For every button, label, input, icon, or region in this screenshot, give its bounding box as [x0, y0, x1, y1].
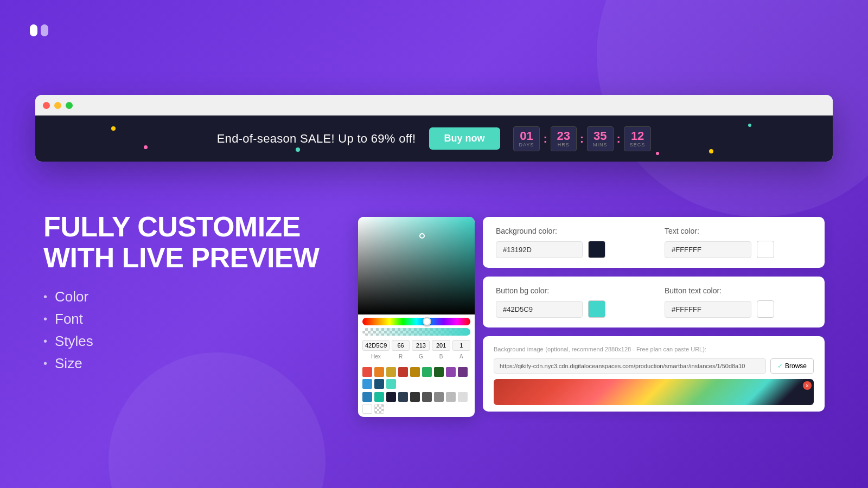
image-url-row: ✓ Browse — [494, 358, 814, 374]
deco-dot-cyan2 — [296, 147, 300, 152]
color-cursor — [419, 233, 425, 239]
browser-titlebar — [35, 95, 833, 115]
deco-dot-pink — [144, 145, 148, 149]
a-label: A — [452, 353, 470, 359]
bg-image-panel: Background image (optional, recommend 28… — [483, 336, 825, 412]
swatch-transparent[interactable] — [374, 404, 384, 414]
countdown-days: 01 DAYS — [513, 126, 540, 151]
window-maximize-dot[interactable] — [66, 102, 73, 109]
countdown-timer: 01 DAYS : 23 HRS : 35 MINS : 12 SECS — [513, 126, 652, 151]
feature-styles: •Styles — [43, 333, 347, 350]
b-input[interactable] — [432, 340, 450, 351]
swatch-dark-green[interactable] — [434, 367, 444, 377]
color-gradient[interactable] — [358, 217, 475, 314]
window-close-dot[interactable] — [43, 102, 50, 109]
banner-buy-button[interactable]: Buy now — [429, 127, 500, 150]
btn-bg-input-row — [496, 300, 643, 318]
swatch-teal[interactable] — [374, 392, 384, 402]
countdown-hrs-val: 23 — [557, 130, 571, 142]
banner-content: End-of-season SALE! Up to 69% off! Buy n… — [35, 115, 833, 162]
swatch-dark-red[interactable] — [398, 367, 408, 377]
countdown-mins-label: MINS — [593, 142, 608, 147]
hex-label: Hex — [362, 353, 390, 359]
svg-rect-0 — [30, 24, 37, 36]
swatch-dark-blue[interactable] — [374, 379, 384, 389]
bg-color-swatch[interactable] — [588, 241, 605, 258]
hue-slider-container — [358, 314, 475, 336]
swatch-mid-blue[interactable] — [362, 392, 372, 402]
swatch-lighter-gray[interactable] — [458, 392, 468, 402]
btn-bg-color-group: Button bg color: — [496, 286, 643, 318]
btn-bg-color-swatch[interactable] — [588, 300, 605, 318]
hue-bar[interactable] — [362, 318, 470, 325]
btn-text-color-label: Button text color: — [665, 286, 812, 295]
swatch-dark-gray[interactable] — [410, 392, 420, 402]
btn-text-input-row — [665, 300, 812, 318]
countdown-sep1: : — [543, 132, 547, 146]
swatch-navy[interactable] — [386, 392, 396, 402]
swatch-light-gray[interactable] — [446, 392, 456, 402]
swatch-purple[interactable] — [446, 367, 456, 377]
text-color-input[interactable] — [665, 241, 751, 258]
browse-button[interactable]: ✓ Browse — [770, 358, 814, 374]
bg-color-input[interactable] — [496, 241, 583, 258]
svg-rect-1 — [41, 24, 48, 36]
image-preview: × — [494, 379, 814, 405]
alpha-bar[interactable] — [362, 328, 470, 336]
browse-check-icon: ✓ — [777, 362, 783, 370]
swatch-white[interactable] — [362, 404, 372, 414]
main-title: FULLY CUSTOMIZE WITH LIVE PREVIEW — [43, 211, 347, 273]
swatch-gold[interactable] — [386, 367, 396, 377]
bg-color-label: Background color: — [496, 227, 643, 235]
feature-font: •Font — [43, 311, 347, 328]
swatch-gray[interactable] — [434, 392, 444, 402]
image-remove-button[interactable]: × — [803, 381, 812, 390]
deco-dot-yellow2 — [709, 149, 713, 153]
btn-text-color-input[interactable] — [665, 301, 751, 318]
countdown-secs-val: 12 — [630, 130, 646, 142]
text-color-group: Text color: — [665, 227, 812, 258]
deco-dot-yellow — [111, 126, 116, 131]
swatch-cyan[interactable] — [386, 379, 396, 389]
bg-color-row: Background color: Text color: — [496, 227, 812, 258]
btn-text-color-swatch[interactable] — [757, 300, 774, 318]
color-swatches — [358, 364, 475, 392]
r-input[interactable] — [392, 340, 410, 351]
countdown-mins: 35 MINS — [587, 126, 614, 151]
swatch-orange[interactable] — [374, 367, 384, 377]
countdown-days-label: DAYS — [519, 142, 534, 147]
logo — [26, 17, 52, 43]
swatch-dark-navy[interactable] — [398, 392, 408, 402]
bg-color-group: Background color: — [496, 227, 643, 258]
b-label: B — [432, 353, 450, 359]
swatch-green[interactable] — [422, 367, 432, 377]
swatch-mid-gray[interactable] — [422, 392, 432, 402]
countdown-secs-label: SECS — [630, 142, 646, 147]
deco-dot-cyan — [748, 124, 751, 127]
color-inputs: Hex R G B A — [358, 336, 475, 364]
swatch-dark-purple[interactable] — [458, 367, 468, 377]
hex-input[interactable] — [362, 340, 390, 351]
feature-size: •Size — [43, 355, 347, 372]
swatch-dark-gold[interactable] — [410, 367, 420, 377]
swatch-blue[interactable] — [362, 379, 372, 389]
swatch-red[interactable] — [362, 367, 372, 377]
text-color-swatch[interactable] — [757, 241, 774, 258]
btn-bg-color-input[interactable] — [496, 301, 583, 318]
text-color-label: Text color: — [665, 227, 812, 235]
color-swatches-2 — [358, 392, 475, 417]
banner-sale-text: End-of-season SALE! Up to 69% off! — [217, 132, 416, 146]
countdown-sep3: : — [617, 132, 621, 146]
left-section: FULLY CUSTOMIZE WITH LIVE PREVIEW •Color… — [43, 211, 347, 377]
image-url-input[interactable] — [494, 358, 766, 374]
hue-thumb — [423, 317, 431, 326]
btn-text-color-group: Button text color: — [665, 286, 812, 318]
image-panel-label: Background image (optional, recommend 28… — [494, 345, 814, 353]
window-minimize-dot[interactable] — [54, 102, 61, 109]
button-color-panel: Button bg color: Button text color: — [483, 277, 825, 328]
a-input[interactable] — [452, 340, 470, 351]
g-input[interactable] — [412, 340, 430, 351]
g-label: G — [412, 353, 430, 359]
text-color-input-row — [665, 241, 812, 258]
btn-color-row: Button bg color: Button text color: — [496, 286, 812, 318]
